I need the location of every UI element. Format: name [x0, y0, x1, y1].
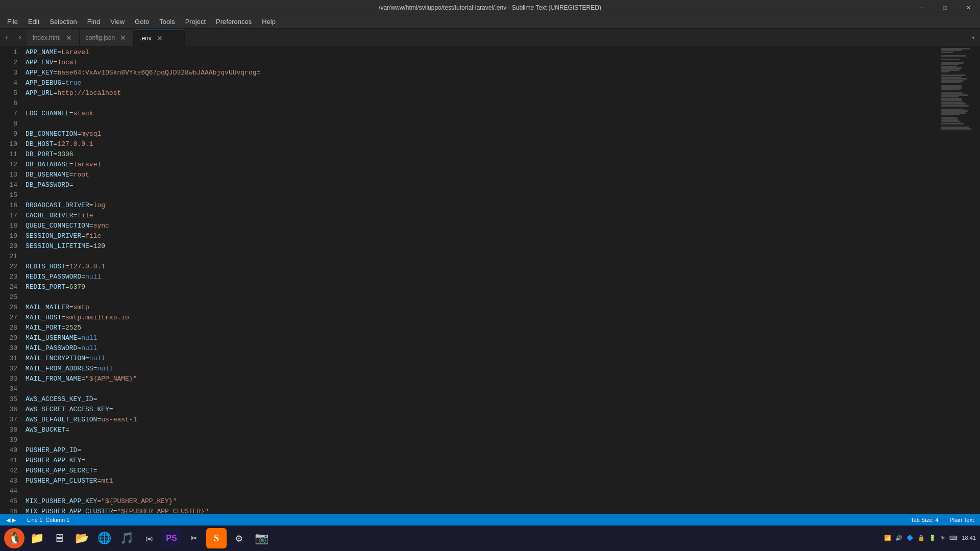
minimap-line-28: [941, 96, 959, 97]
menu-selection[interactable]: Selection: [44, 16, 82, 27]
code-line-39: [26, 435, 939, 445]
minimap-line-32: [941, 103, 966, 105]
code-line-45: MIX_PUSHER_APP_KEY="${PUSHER_APP_KEY}": [26, 496, 939, 507]
phpstorm-icon[interactable]: PS: [161, 528, 182, 548]
network-icon: 📶: [884, 535, 891, 541]
code-line-36: AWS_SECRET_ACCESS_KEY=: [26, 405, 939, 415]
line-column[interactable]: Line 1, Column 1: [25, 517, 71, 523]
line-number-7: 7: [4, 109, 17, 119]
tab-label: .env: [140, 35, 152, 42]
code-line-8: [26, 119, 939, 129]
close-button[interactable]: ✕: [957, 0, 980, 15]
code-line-29: MAIL_USERNAME=null: [26, 333, 939, 343]
line-number-30: 30: [4, 343, 17, 354]
gear-icon[interactable]: ⚙: [229, 528, 249, 548]
code-line-16: BROADCAST_DRIVER=log: [26, 201, 939, 211]
tab-close-env[interactable]: ✕: [156, 34, 164, 42]
minimap-line-43: [941, 123, 964, 124]
tab-bar: ‹ › index.html ✕ config.json ✕ .env ✕ ▾: [0, 29, 980, 46]
menu-find[interactable]: Find: [82, 16, 105, 27]
sublime-icon[interactable]: S: [206, 528, 227, 548]
menu-tools[interactable]: Tools: [154, 16, 180, 27]
line-number-29: 29: [4, 333, 17, 343]
tab-label: config.json: [86, 34, 115, 41]
code-line-7: LOG_CHANNEL=stack: [26, 109, 939, 119]
minimize-button[interactable]: ─: [910, 0, 933, 15]
menu-project[interactable]: Project: [180, 16, 211, 27]
tab-size[interactable]: Tab Size: 4: [909, 517, 940, 523]
line-number-2: 2: [4, 58, 17, 68]
tab-nav-right[interactable]: ›: [13, 30, 27, 46]
code-line-18: QUEUE_CONNECTION=sync: [26, 221, 939, 231]
code-line-12: DB_DATABASE=laravel: [26, 160, 939, 170]
code-line-46: MIX_PUSHER_APP_CLUSTER="${PUSHER_APP_CLU…: [26, 507, 939, 514]
spotify-icon[interactable]: 🎵: [116, 528, 137, 548]
terminal-icon[interactable]: 🖥: [49, 528, 69, 548]
code-line-4: APP_DEBUG=true: [26, 78, 939, 88]
line-number-45: 45: [4, 496, 17, 507]
tab-index-html[interactable]: index.html ✕: [27, 30, 80, 46]
line-number-32: 32: [4, 364, 17, 374]
bluetooth-icon: 🔷: [906, 535, 914, 541]
line-number-15: 15: [4, 190, 17, 201]
chrome-icon[interactable]: 🌐: [94, 528, 114, 548]
menu-goto[interactable]: Goto: [130, 16, 154, 27]
line-number-23: 23: [4, 272, 17, 282]
tab-env[interactable]: .env ✕: [134, 30, 185, 46]
line-number-31: 31: [4, 354, 17, 364]
tab-config-json[interactable]: config.json ✕: [80, 30, 134, 46]
ksnip-icon[interactable]: ✂: [184, 528, 204, 548]
nautilus-icon[interactable]: 📂: [71, 528, 92, 548]
line-number-24: 24: [4, 282, 17, 292]
minimap: [939, 46, 980, 514]
code-line-1: APP_NAME=Laravel: [26, 47, 939, 58]
menu-edit[interactable]: Edit: [23, 16, 44, 27]
code-line-10: DB_HOST=127.0.0.1: [26, 139, 939, 149]
minimap-line-18: [941, 78, 967, 80]
code-line-27: MAIL_HOST=smtp.mailtrap.io: [26, 313, 939, 323]
code-line-24: REDIS_PORT=6379: [26, 282, 939, 292]
minimap-line-40: [941, 117, 958, 119]
line-numbers: 1234567891011121314151617181920212223242…: [0, 46, 23, 514]
line-number-25: 25: [4, 292, 17, 303]
line-number-14: 14: [4, 180, 17, 190]
mail-icon[interactable]: ✉: [139, 528, 159, 548]
minimap-line-30: [941, 99, 962, 101]
menu-file[interactable]: File: [2, 16, 23, 27]
tab-nav-left[interactable]: ‹: [0, 30, 13, 46]
tab-close-index[interactable]: ✕: [65, 34, 73, 42]
menu-preferences[interactable]: Preferences: [211, 16, 257, 27]
line-number-13: 13: [4, 170, 17, 180]
minimap-line-24: [941, 89, 960, 90]
line-number-41: 41: [4, 456, 17, 466]
line-number-34: 34: [4, 384, 17, 394]
minimap-line-16: [941, 74, 966, 76]
maximize-button[interactable]: □: [933, 0, 957, 15]
menu-help[interactable]: Help: [257, 16, 281, 27]
line-number-21: 21: [4, 252, 17, 262]
nav-arrows[interactable]: ◀ ▶: [4, 517, 18, 523]
clock-time: 18.41: [962, 534, 976, 542]
window-title: /var/www/html/sviluppo/test/tutorial-lar…: [379, 4, 601, 11]
menu-view[interactable]: View: [105, 16, 130, 27]
minimap-line-7: [941, 59, 960, 60]
code-line-15: [26, 190, 939, 201]
syntax-label[interactable]: Plain Text: [948, 517, 976, 523]
line-number-44: 44: [4, 486, 17, 496]
camera-icon[interactable]: 📷: [251, 528, 272, 548]
title-bar: /var/www/html/sviluppo/test/tutorial-lar…: [0, 0, 980, 15]
line-number-33: 33: [4, 374, 17, 384]
code-line-13: DB_USERNAME=root: [26, 170, 939, 180]
ubuntu-icon[interactable]: 🐧: [4, 528, 24, 548]
keyboard-icon: ⌨: [949, 535, 958, 541]
line-number-1: 1: [4, 47, 17, 58]
code-line-3: APP_KEY=base64:VxAvIDSkn8VYks6Q67pqQJD32…: [26, 68, 939, 78]
code-line-40: PUSHER_APP_ID=: [26, 445, 939, 456]
code-content[interactable]: APP_NAME=LaravelAPP_ENV=localAPP_KEY=bas…: [23, 46, 939, 514]
tab-expand-button[interactable]: ▾: [967, 29, 980, 46]
code-line-30: MAIL_PASSWORD=null: [26, 343, 939, 354]
tab-label: index.html: [33, 34, 61, 41]
files-icon[interactable]: 📁: [27, 528, 47, 548]
tab-close-config[interactable]: ✕: [119, 34, 127, 42]
taskbar-clock[interactable]: 18.41: [962, 534, 976, 542]
